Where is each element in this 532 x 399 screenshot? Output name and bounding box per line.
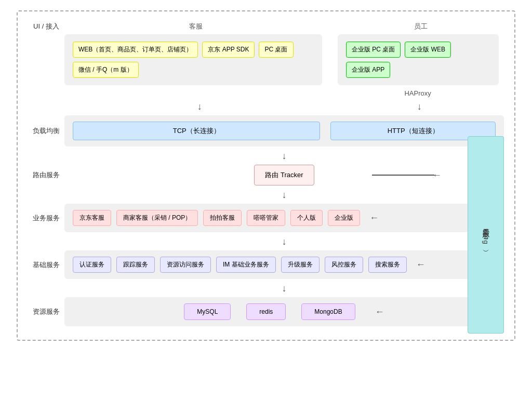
main-container: UI / 接入 客服 WEB（首页、商品页、订单页、店铺页） 京东 APP SD… [17, 10, 515, 341]
arrow-route-biz: ↓ [282, 189, 287, 202]
infra-box-5: 风控服务 [325, 257, 363, 273]
lb-tcp: TCP（长连接） [73, 122, 320, 140]
arrow-infra-res: ↓ [282, 282, 287, 295]
ui-label: UI / 接入 [28, 22, 64, 31]
infra-box-3: IM 基础业务服务 [216, 257, 276, 273]
biz-box-4: 个人版 [290, 210, 323, 226]
resource-box-1: redis [246, 303, 286, 320]
arrow-infra-left: ← [416, 259, 425, 270]
infra-box-1: 跟踪服务 [116, 257, 155, 273]
lb-row: 负载均衡 TCP（长连接） HTTP（短连接） [28, 115, 504, 147]
employee-box-0: 企业版 PC 桌面 [346, 42, 401, 58]
resource-box-0: MySQL [184, 303, 231, 320]
employee-section: 员工 企业版 PC 桌面 企业版 WEB 企业版 APP [338, 22, 504, 85]
haproxy-label: HAProxy [404, 89, 431, 97]
lb-section: TCP（长连接） HTTP（短连接） [64, 115, 504, 147]
infra-box-2: 资源访问服务 [160, 257, 211, 273]
arrow-resource-left: ← [375, 307, 384, 317]
employee-box-1: 企业版 WEB [405, 42, 451, 58]
resource-box-2: MongoDB [301, 303, 355, 320]
customer-box-2: PC 桌面 [259, 42, 293, 58]
biz-box-2: 拍拍客服 [203, 210, 242, 226]
infra-section: 认证服务 跟踪服务 资源访问服务 IM 基础业务服务 升级服务 风控服务 搜索服… [64, 250, 504, 279]
arrow-ui-lb-left: ↓ [197, 100, 202, 113]
customer-box-1: 京东 APP SDK [202, 42, 255, 58]
infra-row: 基础服务 认证服务 跟踪服务 资源访问服务 IM 基础业务服务 升级服务 风控服… [28, 250, 504, 279]
customer-box-3: 微信 / 手Q（m 版） [73, 62, 139, 78]
biz-box-1: 商家客服（采销 / POP） [116, 210, 198, 226]
customer-boxes: WEB（首页、商品页、订单页、店铺页） 京东 APP SDK PC 桌面 微信 … [73, 42, 314, 78]
tcp-box: TCP（长连接） [73, 122, 320, 140]
employee-box-2: 企业版 APP [346, 62, 390, 78]
resource-row: 资源服务 MySQL redis MongoDB ← [28, 297, 504, 326]
resource-label: 资源服务 [28, 307, 64, 316]
biz-label: 业务服务 [28, 214, 64, 223]
biz-box-3: 嗒嗒管家 [247, 210, 285, 226]
biz-box-5: 企业版 [328, 210, 360, 226]
ui-row: UI / 接入 客服 WEB（首页、商品页、订单页、店铺页） 京东 APP SD… [28, 22, 504, 85]
employee-boxes: 企业版 PC 桌面 企业版 WEB 企业版 APP [346, 42, 490, 78]
infra-box-0: 认证服务 [73, 257, 111, 273]
resource-section: MySQL redis MongoDB ← [64, 297, 504, 326]
arrow-biz-infra: ↓ [282, 235, 287, 248]
lb-label: 负载均衡 [28, 126, 64, 136]
biz-box-0: 京东客服 [73, 210, 111, 226]
king-box: 管控中心（king） [468, 136, 504, 334]
customer-section: 客服 WEB（首页、商品页、订单页、店铺页） 京东 APP SDK PC 桌面 … [64, 22, 327, 85]
arrow-ui-lb-right: ↓ [417, 100, 422, 113]
employee-bg: 企业版 PC 桌面 企业版 WEB 企业版 APP [338, 34, 499, 85]
biz-row: 业务服务 京东客服 商家客服（采销 / POP） 拍拍客服 嗒嗒管家 个人版 企… [28, 204, 504, 232]
biz-section: 京东客服 商家客服（采销 / POP） 拍拍客服 嗒嗒管家 个人版 企业版 ← [64, 204, 504, 232]
employee-title: 员工 [338, 22, 504, 31]
arrow-lb-route: ↓ [282, 150, 287, 163]
infra-box-4: 升级服务 [281, 257, 320, 273]
customer-box-0: WEB（首页、商品页、订单页、店铺页） [73, 42, 198, 58]
route-row: 路由服务 路由 Tracker ← [28, 165, 504, 185]
ui-sections: 客服 WEB（首页、商品页、订单页、店铺页） 京东 APP SDK PC 桌面 … [64, 22, 504, 85]
customer-bg: WEB（首页、商品页、订单页、店铺页） 京东 APP SDK PC 桌面 微信 … [64, 34, 322, 85]
customer-title: 客服 [64, 22, 327, 31]
infra-label: 基础服务 [28, 260, 64, 270]
infra-box-6: 搜索服务 [368, 257, 407, 273]
router-box: 路由 Tracker [254, 165, 314, 185]
route-label: 路由服务 [28, 170, 64, 180]
arrow-biz-left: ← [369, 212, 379, 223]
